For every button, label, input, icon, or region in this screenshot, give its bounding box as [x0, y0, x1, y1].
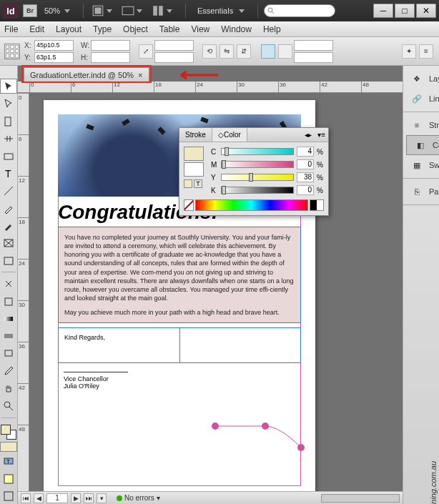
fill-stroke-swatch[interactable]: [1, 425, 16, 440]
scale-x-input[interactable]: [154, 40, 194, 51]
page-number-input[interactable]: 1: [46, 493, 68, 503]
k-slider[interactable]: [221, 187, 294, 194]
normal-view-icon[interactable]: [0, 471, 17, 486]
arrange-icon[interactable]: [152, 4, 164, 17]
scale-y-input[interactable]: [154, 52, 194, 63]
signature-frame[interactable]: Kind Regards,: [58, 327, 301, 363]
m-value[interactable]: 0: [297, 159, 314, 169]
color-fill-swatch[interactable]: [184, 147, 204, 161]
zoom-tool[interactable]: [0, 398, 17, 413]
arrange-dropdown-icon[interactable]: [167, 9, 172, 13]
ruler-vertical[interactable]: 0612182430364248: [18, 93, 29, 491]
flip-h-icon[interactable]: ⇋: [220, 44, 234, 59]
line-tool[interactable]: [0, 183, 17, 198]
page-tool[interactable]: [0, 114, 17, 129]
menu-window[interactable]: Window: [221, 24, 252, 34]
vc-frame[interactable]: Vice Chancellor Julia O'Riley: [58, 366, 301, 395]
stroke-style-input[interactable]: [294, 52, 333, 63]
panel-layers[interactable]: ❖Layers: [403, 69, 439, 89]
scale-icon[interactable]: ⤢: [139, 44, 153, 59]
preflight-status[interactable]: No errors ▾: [117, 494, 160, 502]
menu-edit[interactable]: Edit: [29, 24, 44, 34]
open-pages-button[interactable]: ▾: [97, 493, 107, 503]
menu-table[interactable]: Table: [159, 24, 180, 34]
h-input[interactable]: [91, 52, 130, 63]
zoom-select[interactable]: 50%: [44, 6, 60, 15]
last-page-button[interactable]: ⏭: [84, 493, 94, 503]
prev-page-button[interactable]: ◀: [34, 493, 44, 503]
flip-v-icon[interactable]: ⇵: [237, 44, 251, 59]
workspace-dropdown-icon[interactable]: [239, 9, 245, 13]
apply-color-icon[interactable]: [0, 442, 17, 452]
menu-layout[interactable]: Layout: [56, 24, 82, 34]
ruler-horizontal[interactable]: 0612182430364248: [18, 81, 403, 93]
color-panel-collapse-icon[interactable]: ◂▸: [302, 131, 315, 139]
c-slider[interactable]: [221, 148, 294, 155]
panel-pages[interactable]: ⎘Pages: [403, 182, 439, 202]
text-format-icon[interactable]: T: [194, 179, 202, 188]
pen-tool[interactable]: [0, 201, 17, 216]
menu-file[interactable]: File: [4, 24, 18, 34]
type-tool[interactable]: T: [0, 166, 17, 181]
menu-help[interactable]: Help: [263, 24, 281, 34]
first-page-button[interactable]: ⏮: [21, 493, 31, 503]
container-format-icon[interactable]: [184, 179, 192, 188]
gap-tool[interactable]: [0, 131, 17, 146]
preview-mode-icon[interactable]: [0, 488, 17, 503]
horizontal-scrollbar[interactable]: [321, 494, 400, 503]
direct-selection-tool[interactable]: [0, 96, 17, 111]
m-slider[interactable]: [221, 161, 294, 168]
color-panel-tab-stroke[interactable]: Stroke: [179, 128, 212, 142]
color-panel[interactable]: Stroke ◇ Color ◂▸ ▾≡ T C4% M0% Y38% K0%: [179, 127, 329, 216]
reference-point[interactable]: [4, 44, 20, 59]
free-transform-tool[interactable]: [0, 294, 17, 309]
scissors-tool[interactable]: [0, 276, 17, 291]
k-value[interactable]: 0: [297, 185, 314, 195]
color-panel-tab-color[interactable]: ◇ Color: [212, 128, 247, 142]
document-tab-close-icon[interactable]: ×: [138, 71, 142, 79]
rectangle-tool[interactable]: [0, 253, 17, 268]
c-value[interactable]: 4: [297, 147, 314, 157]
panel-color[interactable]: ◧Color: [406, 135, 439, 155]
body-text-frame[interactable]: You have no completed your journey at So…: [58, 227, 301, 323]
y-value[interactable]: 38: [297, 172, 314, 182]
screen-mode-icon[interactable]: [122, 4, 134, 17]
maximize-button[interactable]: □: [395, 4, 415, 18]
document-tab[interactable]: GraduationLetter.indd @ 50% ×: [24, 67, 149, 81]
screen-dropdown-icon[interactable]: [137, 9, 142, 13]
panel-stroke[interactable]: ≡Stroke: [403, 115, 439, 135]
gradient-swatch-tool[interactable]: [0, 311, 17, 326]
x-input[interactable]: [34, 40, 74, 51]
search-input[interactable]: [264, 4, 335, 17]
next-page-button[interactable]: ▶: [71, 493, 81, 503]
menu-type[interactable]: Type: [93, 24, 112, 34]
view-dropdown-icon[interactable]: [107, 9, 112, 13]
none-swatch-icon[interactable]: [184, 199, 194, 211]
color-stroke-swatch[interactable]: [184, 162, 204, 177]
quick-apply-icon[interactable]: ✦: [402, 44, 416, 59]
note-tool[interactable]: [0, 346, 17, 361]
close-button[interactable]: ✕: [416, 4, 436, 18]
workspace-select[interactable]: Essentials: [197, 6, 233, 15]
path-anchors[interactable]: [208, 419, 308, 458]
rotate-icon[interactable]: ⟲: [202, 44, 217, 59]
gradient-feather-tool[interactable]: [0, 329, 17, 344]
panel-swatches[interactable]: ▦Swatches: [403, 155, 439, 175]
eyedropper-tool[interactable]: [0, 363, 17, 378]
bridge-badge[interactable]: Br: [23, 4, 37, 17]
color-panel-menu-icon[interactable]: ▾≡: [315, 131, 328, 139]
y-slider[interactable]: [221, 174, 294, 181]
hand-tool[interactable]: [0, 381, 17, 396]
selection-tool[interactable]: [0, 79, 17, 94]
format-container-icon[interactable]: T: [0, 454, 17, 469]
content-collector-tool[interactable]: [0, 149, 17, 164]
y-input[interactable]: [34, 52, 74, 63]
panel-menu-icon[interactable]: ≡: [419, 44, 433, 59]
fill-swatch-icon[interactable]: [261, 44, 275, 59]
stroke-weight-input[interactable]: [294, 40, 333, 51]
stroke-swatch-icon[interactable]: [278, 44, 292, 59]
pencil-tool[interactable]: [0, 218, 17, 233]
spectrum-picker[interactable]: [195, 199, 308, 211]
w-input[interactable]: [91, 40, 130, 51]
minimize-button[interactable]: ─: [373, 4, 393, 18]
